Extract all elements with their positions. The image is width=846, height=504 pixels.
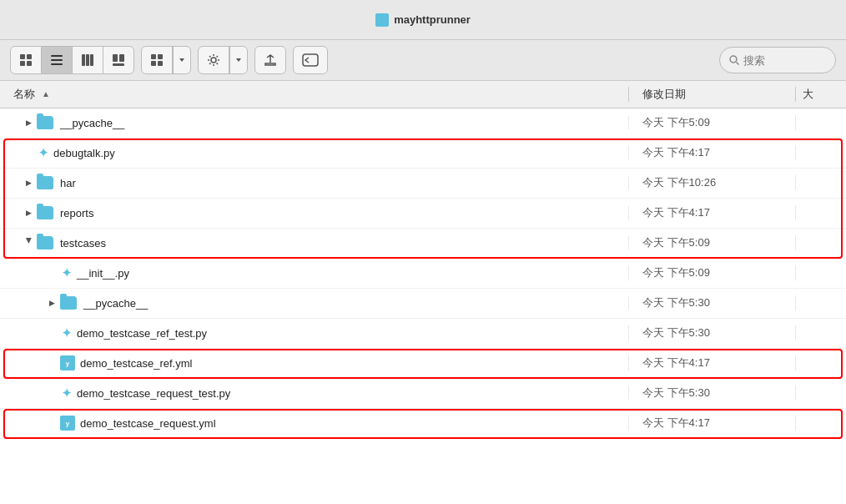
- name-column-header: 名称 ▲: [0, 87, 629, 102]
- settings-group: [198, 46, 248, 74]
- file-date-cell: 今天 下午5:30: [629, 325, 796, 340]
- table-row[interactable]: ▶ debugtalk.py 今天 下午4:17: [0, 139, 846, 169]
- file-name-cell: ▶ y demo_testcase_ref.yml: [0, 355, 629, 370]
- file-name-cell: ▶ reports: [0, 206, 629, 219]
- file-date-cell: 今天 下午4:17: [629, 145, 796, 160]
- svg-rect-13: [151, 54, 156, 59]
- svg-rect-9: [90, 54, 93, 66]
- svg-marker-19: [236, 58, 241, 62]
- gallery-view-btn[interactable]: [103, 47, 133, 73]
- window-folder-icon: [375, 13, 389, 27]
- window-title: mayhttprunner: [394, 13, 471, 26]
- red-outline-section-1: ▶ debugtalk.py 今天 下午4:17 ▶ har 今天 下午10:2…: [0, 139, 846, 259]
- grid-view-btn[interactable]: [11, 47, 42, 73]
- back-btn[interactable]: [294, 47, 327, 73]
- file-name-cell: ▶ testcases: [0, 236, 629, 249]
- column-view-btn[interactable]: [73, 47, 103, 73]
- file-name-cell: ▶ __pycache__: [0, 116, 629, 129]
- share-group: [254, 46, 286, 74]
- disclosure-btn-pycache-top[interactable]: ▶: [23, 118, 33, 128]
- svg-rect-12: [113, 63, 124, 66]
- title-bar: mayhttprunner: [0, 0, 846, 40]
- file-date-cell: 今天 下午4:17: [629, 205, 796, 220]
- disclosure-btn-har[interactable]: ▶: [23, 178, 33, 188]
- svg-point-21: [730, 56, 737, 63]
- column-header: 名称 ▲ 修改日期 大: [0, 81, 846, 108]
- file-name-cell: ▶ __init__.py: [0, 265, 629, 280]
- folder-icon: [60, 296, 77, 310]
- py-file-icon: [60, 325, 73, 340]
- share-btn[interactable]: [255, 47, 285, 73]
- svg-rect-11: [119, 54, 124, 62]
- red-outline-yml-1: ▶ y demo_testcase_ref.yml 今天 下午4:17: [0, 349, 846, 379]
- file-name: testcases: [60, 237, 106, 249]
- yml-file-icon: y: [60, 355, 75, 370]
- view-toggle-group: [10, 46, 134, 74]
- view-dropdown-btn[interactable]: [142, 47, 173, 73]
- toolbar: [0, 40, 846, 80]
- file-name: har: [60, 177, 76, 189]
- folder-icon: [37, 206, 53, 219]
- search-input[interactable]: [743, 54, 827, 67]
- svg-rect-5: [51, 59, 63, 61]
- file-name: demo_testcase_request.yml: [80, 417, 216, 430]
- table-row[interactable]: ▶ __pycache__ 今天 下午5:30: [0, 289, 846, 319]
- disclosure-btn-reports[interactable]: ▶: [23, 208, 33, 218]
- svg-rect-1: [27, 54, 32, 59]
- file-date-cell: 今天 下午4:17: [629, 416, 796, 431]
- date-column-header: 修改日期: [629, 87, 796, 102]
- red-outline-yml-2: ▶ y demo_testcase_request.yml 今天 下午4:17: [0, 409, 846, 439]
- svg-rect-8: [86, 54, 89, 66]
- table-row[interactable]: ▶ y demo_testcase_ref.yml 今天 下午4:17: [0, 349, 846, 379]
- svg-rect-6: [51, 63, 63, 65]
- file-name: demo_testcase_ref_test.py: [77, 327, 207, 340]
- file-name-cell: ▶ demo_testcase_ref_test.py: [0, 325, 629, 340]
- file-list: ▶ __pycache__ 今天 下午5:09 ▶ debugtalk.py 今…: [0, 108, 846, 504]
- table-row[interactable]: ▶ y demo_testcase_request.yml 今天 下午4:17: [0, 409, 846, 439]
- table-row[interactable]: ▶ har 今天 下午10:26: [0, 169, 846, 199]
- table-row[interactable]: ▶ demo_testcase_ref_test.py 今天 下午5:30: [0, 319, 846, 349]
- svg-rect-4: [51, 55, 63, 57]
- back-group: [293, 46, 328, 74]
- py-file-icon: [60, 386, 73, 401]
- svg-rect-0: [20, 54, 25, 59]
- table-row[interactable]: ▶ __init__.py 今天 下午5:09: [0, 259, 846, 289]
- table-row[interactable]: ▶ reports 今天 下午4:17: [0, 199, 846, 229]
- yml-file-icon: y: [60, 416, 75, 431]
- disclosure-btn-pycache-inner[interactable]: ▶: [47, 298, 57, 308]
- svg-marker-17: [179, 58, 184, 62]
- file-date-cell: 今天 下午5:09: [629, 265, 796, 280]
- svg-rect-14: [158, 54, 163, 59]
- settings-btn[interactable]: [199, 47, 229, 73]
- file-date-cell: 今天 下午5:30: [629, 386, 796, 401]
- table-row[interactable]: ▶ __pycache__ 今天 下午5:09: [0, 108, 846, 139]
- search-box[interactable]: [719, 47, 836, 73]
- file-name: __init__.py: [77, 267, 129, 280]
- file-name: demo_testcase_ref.yml: [80, 357, 192, 370]
- file-name: demo_testcase_request_test.py: [77, 387, 230, 400]
- svg-rect-16: [158, 61, 163, 66]
- file-date-cell: 今天 下午5:30: [629, 295, 796, 310]
- folder-icon: [37, 116, 53, 129]
- file-name: __pycache__: [60, 117, 124, 129]
- file-name: debugtalk.py: [53, 147, 115, 159]
- table-row[interactable]: ▶ testcases 今天 下午5:09: [0, 229, 846, 259]
- svg-rect-15: [151, 61, 156, 66]
- file-name: __pycache__: [83, 297, 148, 310]
- table-row[interactable]: ▶ demo_testcase_request_test.py 今天 下午5:3…: [0, 379, 846, 409]
- file-name-cell: ▶ y demo_testcase_request.yml: [0, 416, 629, 431]
- search-icon: [728, 54, 740, 66]
- folder-icon: [37, 236, 53, 249]
- view-dropdown-arrow[interactable]: [173, 47, 190, 73]
- py-file-icon: [37, 145, 50, 160]
- file-date-cell: 今天 下午4:17: [629, 355, 796, 370]
- disclosure-btn-testcases[interactable]: ▶: [23, 238, 33, 248]
- settings-dropdown-arrow[interactable]: [229, 47, 247, 73]
- view-dropdown-group: [141, 46, 191, 74]
- size-column-header: 大: [796, 87, 846, 102]
- svg-rect-2: [20, 61, 25, 66]
- list-view-btn[interactable]: [42, 47, 73, 73]
- svg-rect-7: [82, 54, 85, 66]
- file-name-cell: ▶ har: [0, 176, 629, 189]
- py-file-icon: [60, 265, 73, 280]
